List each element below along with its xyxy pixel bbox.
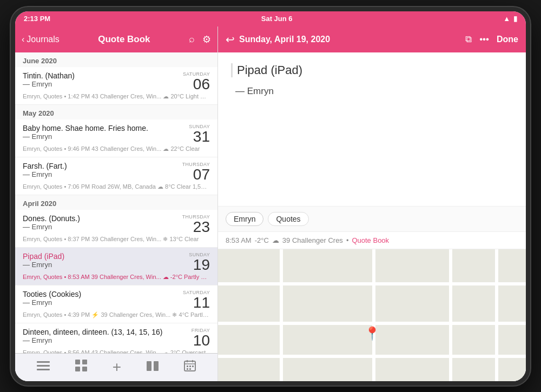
map-area: 📍 xyxy=(218,249,526,381)
section-april-2020: April 2020 xyxy=(15,195,217,210)
svg-rect-15 xyxy=(192,366,194,367)
back-button[interactable]: ‹ Journals xyxy=(22,35,60,44)
tag-bar: Emryn Quotes xyxy=(218,206,526,232)
journal-item-meta: Emryn, Quotes • 8:37 PM 39 Challenger Cr… xyxy=(23,236,210,243)
header-action-icons: ⌕ ⚙ xyxy=(189,34,211,45)
journal-item-title: Dones. (Donuts.) xyxy=(23,214,178,223)
meta-location: 39 Challenger Cres xyxy=(282,236,343,244)
columns-view-icon[interactable] xyxy=(138,357,167,377)
svg-rect-7 xyxy=(147,361,151,371)
tag-emryn[interactable]: Emryn xyxy=(226,212,263,226)
right-header: ↩ Sunday, April 19, 2020 ⧉ ••• Done xyxy=(218,26,526,52)
journal-item-day-number: 10 xyxy=(190,333,210,348)
journal-item-title: Pipad (iPad) xyxy=(23,252,184,261)
journal-item-meta: Emryn, Quotes • 8:56 AM 43 Challenger Cr… xyxy=(23,349,210,353)
chevron-left-icon: ‹ xyxy=(22,35,24,44)
content-area: ‹ Journals Quote Book ⌕ ⚙ June 2020 Tint… xyxy=(15,26,526,381)
journal-item-title: Baby home. Shae home. Fries home. xyxy=(23,124,184,132)
grid-view-icon[interactable] xyxy=(67,356,96,378)
right-header-actions: ⧉ ••• Done xyxy=(465,34,518,45)
entry-title: Pipad (iPad) xyxy=(231,63,513,77)
journal-item-title: Tooties (Cookies) xyxy=(23,290,179,298)
calendar-icon[interactable] xyxy=(175,356,204,378)
settings-icon[interactable]: ⚙ xyxy=(202,34,211,45)
battery-icon: ▮ xyxy=(513,15,517,23)
journal-item-farsh[interactable]: Farsh. (Fart.) — Emryn THURSDAY 07 Emryn… xyxy=(15,157,217,195)
journal-item-author: — Emryn xyxy=(23,223,178,231)
list-view-icon[interactable] xyxy=(28,357,58,377)
meta-temp: -2°C xyxy=(255,236,269,244)
add-entry-icon[interactable]: + xyxy=(104,356,130,378)
journal-item-author: — Emryn xyxy=(23,170,178,178)
more-icon[interactable]: ••• xyxy=(479,34,489,45)
svg-rect-0 xyxy=(37,361,50,363)
journal-item-meta: Emryn, Quotes • 9:46 PM 43 Challenger Cr… xyxy=(23,145,210,152)
right-content: Pipad (iPad) — Emryn xyxy=(218,52,526,206)
right-panel: ↩ Sunday, April 19, 2020 ⧉ ••• Done Pipa… xyxy=(218,26,526,381)
journal-item-author: — Emryn xyxy=(23,132,184,141)
status-bar: 2:13 PM Sat Jun 6 ▲ ▮ xyxy=(15,11,526,26)
journal-item-day-number: 06 xyxy=(190,77,210,92)
done-button[interactable]: Done xyxy=(497,35,518,44)
meta-separator: • xyxy=(346,236,349,244)
svg-rect-13 xyxy=(187,366,188,367)
journal-item-title: Tintin. (Nathan) xyxy=(23,71,179,80)
journal-item-tintin[interactable]: Tintin. (Nathan) — Emryn SATURDAY 06 Emr… xyxy=(15,67,217,105)
svg-rect-5 xyxy=(75,367,80,371)
copy-icon[interactable]: ⧉ xyxy=(465,34,472,45)
bottom-nav: + xyxy=(15,353,217,381)
journal-item-author: — Emryn xyxy=(23,336,186,344)
journal-item-meta: Emryn, Quotes • 1:42 PM 43 Challenger Cr… xyxy=(23,93,210,100)
entry-author: — Emryn xyxy=(231,86,513,97)
section-may-2020: May 2020 xyxy=(15,105,217,119)
map-pin: 📍 xyxy=(364,326,380,341)
journal-item-meta: Emryn, Quotes • 4:39 PM ⚡ 39 Challenger … xyxy=(23,311,210,318)
svg-rect-16 xyxy=(187,368,188,370)
journal-item-day-number: 19 xyxy=(190,257,210,273)
svg-rect-8 xyxy=(154,361,159,371)
journal-item-dinteen[interactable]: Dinteen, dinteen, dinteen. (13, 14, 15, … xyxy=(15,323,217,353)
panel-title: Quote Book xyxy=(60,34,189,45)
journal-item-day-number: 07 xyxy=(190,167,210,182)
svg-rect-2 xyxy=(37,369,50,370)
wifi-icon: ▲ xyxy=(503,15,510,23)
search-icon[interactable]: ⌕ xyxy=(189,34,195,45)
left-panel: ‹ Journals Quote Book ⌕ ⚙ June 2020 Tint… xyxy=(15,26,218,381)
meta-weather-icon: ☁ xyxy=(272,236,279,244)
map-grid xyxy=(218,249,526,381)
device-frame: 2:13 PM Sat Jun 6 ▲ ▮ ‹ Journals Quote B… xyxy=(11,7,530,386)
journal-item-baby-home[interactable]: Baby home. Shae home. Fries home. — Emry… xyxy=(15,119,217,157)
svg-rect-17 xyxy=(189,368,191,370)
right-header-left: ↩ Sunday, April 19, 2020 xyxy=(226,33,330,46)
back-arrow-icon[interactable]: ↩ xyxy=(226,33,235,46)
journal-item-donuts[interactable]: Dones. (Donuts.) — Emryn THURSDAY 23 Emr… xyxy=(15,210,217,248)
status-icons: ▲ ▮ xyxy=(503,15,517,23)
journals-back-label[interactable]: Journals xyxy=(27,35,59,44)
tag-quotes[interactable]: Quotes xyxy=(268,212,308,226)
journal-item-author: — Emryn xyxy=(23,261,184,269)
journal-item-tooties[interactable]: Tooties (Cookies) — Emryn SATURDAY 11 Em… xyxy=(15,285,217,323)
journal-item-pipad[interactable]: Pipad (iPad) — Emryn SUNDAY 19 Emryn, Qu… xyxy=(15,248,217,285)
journal-item-day-number: 31 xyxy=(190,129,210,144)
journal-item-title: Dinteen, dinteen, dinteen. (13, 14, 15, … xyxy=(23,328,186,336)
status-date: Sat Jun 6 xyxy=(261,15,293,23)
journal-item-author: — Emryn xyxy=(23,80,179,88)
journal-item-meta: Emryn, Quotes • 7:06 PM Road 26W, MB, Ca… xyxy=(23,183,210,190)
section-june-2020: June 2020 xyxy=(15,52,217,67)
left-header: ‹ Journals Quote Book ⌕ ⚙ xyxy=(15,26,217,52)
svg-rect-14 xyxy=(189,366,191,367)
journal-item-author: — Emryn xyxy=(23,298,179,307)
journal-list: June 2020 Tintin. (Nathan) — Emryn SATUR… xyxy=(15,52,217,353)
status-time: 2:13 PM xyxy=(24,15,50,23)
journal-item-day-number: 23 xyxy=(190,220,210,235)
svg-rect-3 xyxy=(75,360,80,364)
entry-date: Sunday, April 19, 2020 xyxy=(239,35,330,44)
journal-item-day-number: 11 xyxy=(190,295,210,310)
svg-rect-6 xyxy=(82,367,87,371)
journal-item-meta: Emryn, Quotes • 8:53 AM 39 Challenger Cr… xyxy=(23,274,210,281)
svg-rect-1 xyxy=(37,365,50,367)
meta-time: 8:53 AM xyxy=(226,236,252,244)
journal-item-title: Farsh. (Fart.) xyxy=(23,162,178,170)
svg-rect-4 xyxy=(82,360,87,364)
meta-book-link[interactable]: Quote Book xyxy=(352,236,389,244)
